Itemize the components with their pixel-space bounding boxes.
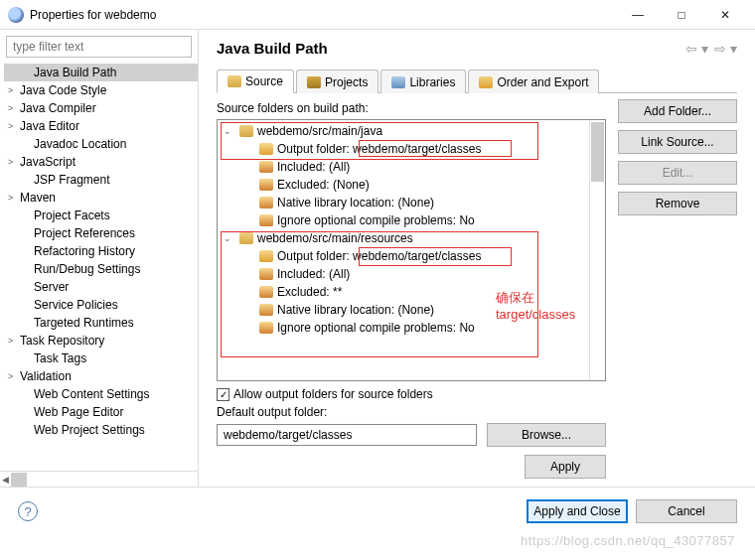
source-folder-row[interactable]: ⌄webdemo/src/main/resources [218,229,589,247]
folders-label: Source folders on build path: [217,101,606,115]
attr-icon [259,197,273,209]
scroll-left-icon[interactable]: ◀ [2,475,9,485]
sidebar-item-run-debug-settings[interactable]: Run/Debug Settings [4,260,198,278]
tab-order-and-export[interactable]: Order and Export [468,70,599,93]
expand-icon: > [8,103,20,113]
close-button[interactable]: ✕ [703,0,747,30]
sidebar-item-targeted-runtimes[interactable]: Targeted Runtimes [4,314,198,332]
expand-icon: > [8,371,20,381]
minimize-button[interactable]: — [616,0,660,30]
sidebar-item-javascript[interactable]: >JavaScript [4,153,198,171]
tree-item-label: Java Editor [20,119,79,133]
content-area: Java Build Path ⇦ ▾ ⇨ ▾ SourceProjectsLi… [199,30,755,487]
add-folder-button[interactable]: Add Folder... [618,99,737,123]
footer: ? Apply and Close Cancel [0,488,755,535]
expand-icon: > [8,193,20,203]
attr-text: Output folder: webdemo/target/classes [277,142,481,156]
nav-forward-icon[interactable]: ⇨ ▾ [714,41,737,57]
folder-attr-row[interactable]: Output folder: webdemo/target/classes [218,140,589,158]
sidebar-item-web-content-settings[interactable]: Web Content Settings [4,385,198,403]
tree-item-label: JSP Fragment [34,173,109,187]
sidebar: Java Build Path>Java Code Style>Java Com… [0,30,199,487]
edit-button[interactable]: Edit... [618,161,737,185]
sidebar-item-java-build-path[interactable]: Java Build Path [4,64,198,81]
sidebar-item-project-facets[interactable]: Project Facets [4,207,198,224]
sidebar-item-java-compiler[interactable]: >Java Compiler [4,99,198,117]
order and export-icon [479,76,493,88]
tree-item-label: Task Repository [20,334,104,348]
sidebar-item-javadoc-location[interactable]: Javadoc Location [4,135,198,153]
sidebar-hscroll[interactable]: ◀ [0,471,198,487]
source-folders-tree[interactable]: ⌄webdemo/src/main/javaOutput folder: web… [218,120,589,380]
package-icon [239,232,253,244]
attr-text: Excluded: (None) [277,178,370,192]
remove-button[interactable]: Remove [618,192,737,215]
source-folder-row[interactable]: ⌄webdemo/src/main/java [218,122,589,140]
nav-back-icon[interactable]: ⇦ ▾ [685,41,708,57]
browse-button[interactable]: Browse... [487,423,606,447]
tab-label: Source [245,74,283,88]
expand-icon: > [8,121,20,131]
attr-text: Output folder: webdemo/target/classes [277,249,481,263]
help-icon[interactable]: ? [18,501,38,521]
attr-icon [259,250,273,262]
attr-text: Included: (All) [277,267,350,281]
attr-icon [259,304,273,316]
tree-item-label: Service Policies [34,298,118,312]
folder-attr-row[interactable]: Excluded: (None) [218,176,589,194]
folder-attr-row[interactable]: Included: (All) [218,158,589,176]
window-title: Properties for webdemo [30,8,616,22]
category-tree[interactable]: Java Build Path>Java Code Style>Java Com… [0,64,198,471]
sidebar-item-maven[interactable]: >Maven [4,189,198,207]
folder-attr-row[interactable]: Native library location: (None) [218,194,589,211]
attr-text: Excluded: ** [277,285,342,299]
sidebar-item-project-references[interactable]: Project References [4,224,198,242]
sidebar-item-java-editor[interactable]: >Java Editor [4,117,198,135]
tab-source[interactable]: Source [217,70,294,93]
folders-vscroll[interactable] [589,120,605,380]
sidebar-item-task-tags[interactable]: Task Tags [4,350,198,367]
attr-icon [259,214,273,226]
collapse-icon[interactable]: ⌄ [224,126,235,136]
link-source-button[interactable]: Link Source... [618,130,737,154]
tree-item-label: Refactoring History [34,244,135,258]
sidebar-item-service-policies[interactable]: Service Policies [4,296,198,314]
sidebar-item-web-page-editor[interactable]: Web Page Editor [4,403,198,421]
folder-attr-row[interactable]: Output folder: webdemo/target/classes [218,247,589,265]
attr-text: Native library location: (None) [277,196,434,210]
sidebar-item-task-repository[interactable]: >Task Repository [4,332,198,350]
sidebar-item-web-project-settings[interactable]: Web Project Settings [4,421,198,439]
attr-icon [259,286,273,298]
collapse-icon[interactable]: ⌄ [224,233,235,243]
tab-projects[interactable]: Projects [296,70,378,93]
sidebar-item-refactoring-history[interactable]: Refactoring History [4,242,198,260]
scroll-thumb[interactable] [11,473,27,487]
sidebar-item-java-code-style[interactable]: >Java Code Style [4,81,198,99]
tree-item-label: Project Facets [34,209,110,222]
apply-button[interactable]: Apply [525,455,606,479]
folder-attr-row[interactable]: Included: (All) [218,265,589,283]
cancel-button[interactable]: Cancel [636,499,737,523]
filter-input[interactable] [6,36,192,58]
attr-icon [259,143,273,155]
apply-close-button[interactable]: Apply and Close [527,499,628,523]
sidebar-item-validation[interactable]: >Validation [4,367,198,385]
tree-item-label: Java Code Style [20,83,106,97]
default-output-input[interactable] [217,424,477,446]
attr-text: Native library location: (None) [277,303,434,317]
allow-output-checkbox[interactable]: ✓ [217,388,229,401]
tree-item-label: Java Compiler [20,101,96,115]
sidebar-item-jsp-fragment[interactable]: JSP Fragment [4,171,198,189]
tab-label: Projects [325,75,368,89]
tree-item-label: Project References [34,226,135,240]
annotation-text: 确保在target/classes [496,289,605,322]
libraries-icon [391,76,405,88]
tabset: SourceProjectsLibrariesOrder and Export [217,69,737,93]
folder-attr-row[interactable]: Ignore optional compile problems: No [218,211,589,229]
sidebar-item-server[interactable]: Server [4,278,198,296]
maximize-button[interactable]: □ [660,0,703,30]
tree-item-label: Javadoc Location [34,137,126,151]
attr-text: Ignore optional compile problems: No [277,321,475,335]
scroll-thumb[interactable] [591,122,604,182]
tab-libraries[interactable]: Libraries [380,70,466,93]
